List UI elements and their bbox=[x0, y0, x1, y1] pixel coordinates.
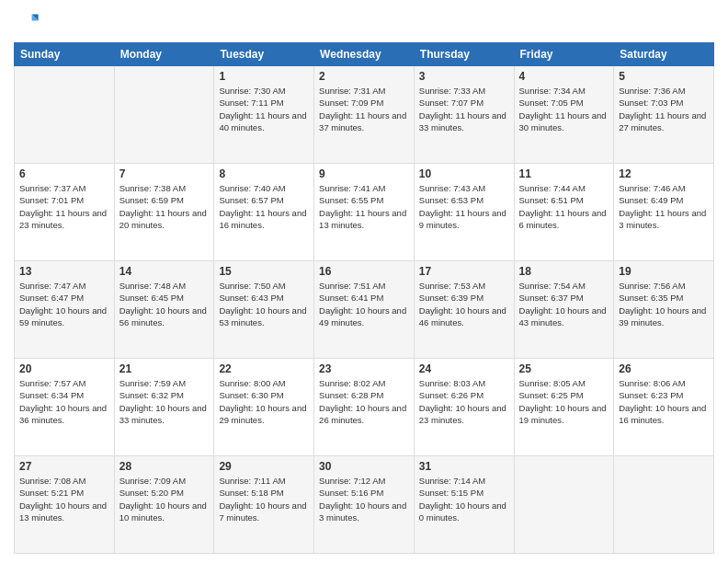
calendar-cell: 2Sunrise: 7:31 AM Sunset: 7:09 PM Daylig… bbox=[314, 66, 415, 164]
calendar-cell: 29Sunrise: 7:11 AM Sunset: 5:18 PM Dayli… bbox=[214, 456, 314, 554]
calendar-week-row: 1Sunrise: 7:30 AM Sunset: 7:11 PM Daylig… bbox=[15, 66, 714, 164]
calendar-cell: 16Sunrise: 7:51 AM Sunset: 6:41 PM Dayli… bbox=[314, 261, 415, 359]
calendar-cell: 14Sunrise: 7:48 AM Sunset: 6:45 PM Dayli… bbox=[114, 261, 214, 359]
header bbox=[14, 9, 714, 35]
day-info: Sunrise: 7:43 AM Sunset: 6:53 PM Dayligh… bbox=[419, 182, 509, 231]
calendar-cell: 20Sunrise: 7:57 AM Sunset: 6:34 PM Dayli… bbox=[15, 359, 115, 456]
logo bbox=[14, 9, 43, 35]
calendar-cell: 1Sunrise: 7:30 AM Sunset: 7:11 PM Daylig… bbox=[214, 66, 314, 164]
day-info: Sunrise: 7:48 AM Sunset: 6:45 PM Dayligh… bbox=[119, 280, 210, 328]
logo-icon bbox=[14, 9, 40, 35]
day-of-week-header: Sunday bbox=[15, 43, 115, 66]
day-info: Sunrise: 7:56 AM Sunset: 6:35 PM Dayligh… bbox=[619, 280, 709, 328]
calendar-cell: 12Sunrise: 7:46 AM Sunset: 6:49 PM Dayli… bbox=[614, 164, 714, 261]
calendar-cell: 11Sunrise: 7:44 AM Sunset: 6:51 PM Dayli… bbox=[514, 164, 614, 261]
calendar-cell bbox=[514, 456, 614, 554]
day-info: Sunrise: 8:06 AM Sunset: 6:23 PM Dayligh… bbox=[619, 377, 709, 426]
day-info: Sunrise: 7:57 AM Sunset: 6:34 PM Dayligh… bbox=[19, 377, 109, 426]
day-number: 18 bbox=[519, 265, 609, 278]
day-info: Sunrise: 8:03 AM Sunset: 6:26 PM Dayligh… bbox=[419, 377, 509, 426]
day-number: 7 bbox=[119, 167, 210, 180]
calendar-cell: 25Sunrise: 8:05 AM Sunset: 6:25 PM Dayli… bbox=[514, 359, 614, 456]
calendar-week-row: 20Sunrise: 7:57 AM Sunset: 6:34 PM Dayli… bbox=[15, 359, 714, 456]
day-number: 10 bbox=[419, 167, 509, 180]
day-info: Sunrise: 7:54 AM Sunset: 6:37 PM Dayligh… bbox=[519, 280, 609, 328]
calendar-cell: 15Sunrise: 7:50 AM Sunset: 6:43 PM Dayli… bbox=[214, 261, 314, 359]
day-info: Sunrise: 7:40 AM Sunset: 6:57 PM Dayligh… bbox=[219, 182, 309, 231]
calendar-cell: 21Sunrise: 7:59 AM Sunset: 6:32 PM Dayli… bbox=[114, 359, 214, 456]
day-number: 21 bbox=[119, 362, 210, 375]
day-info: Sunrise: 7:50 AM Sunset: 6:43 PM Dayligh… bbox=[219, 280, 309, 328]
calendar-cell: 13Sunrise: 7:47 AM Sunset: 6:47 PM Dayli… bbox=[15, 261, 115, 359]
calendar-cell: 24Sunrise: 8:03 AM Sunset: 6:26 PM Dayli… bbox=[414, 359, 514, 456]
day-info: Sunrise: 7:14 AM Sunset: 5:15 PM Dayligh… bbox=[419, 475, 509, 523]
calendar-header-row: SundayMondayTuesdayWednesdayThursdayFrid… bbox=[15, 43, 714, 66]
calendar-week-row: 27Sunrise: 7:08 AM Sunset: 5:21 PM Dayli… bbox=[15, 456, 714, 554]
page: SundayMondayTuesdayWednesdayThursdayFrid… bbox=[0, 0, 728, 563]
day-number: 28 bbox=[119, 460, 210, 473]
day-info: Sunrise: 7:51 AM Sunset: 6:41 PM Dayligh… bbox=[319, 280, 409, 328]
day-info: Sunrise: 7:53 AM Sunset: 6:39 PM Dayligh… bbox=[419, 280, 509, 328]
day-number: 14 bbox=[119, 265, 210, 278]
calendar-week-row: 6Sunrise: 7:37 AM Sunset: 7:01 PM Daylig… bbox=[15, 164, 714, 261]
day-of-week-header: Friday bbox=[514, 43, 614, 66]
day-number: 8 bbox=[219, 167, 309, 180]
day-info: Sunrise: 7:30 AM Sunset: 7:11 PM Dayligh… bbox=[219, 85, 309, 133]
calendar-cell: 30Sunrise: 7:12 AM Sunset: 5:16 PM Dayli… bbox=[314, 456, 415, 554]
calendar-week-row: 13Sunrise: 7:47 AM Sunset: 6:47 PM Dayli… bbox=[15, 261, 714, 359]
calendar-cell: 6Sunrise: 7:37 AM Sunset: 7:01 PM Daylig… bbox=[15, 164, 115, 261]
calendar-cell: 4Sunrise: 7:34 AM Sunset: 7:05 PM Daylig… bbox=[514, 66, 614, 164]
day-info: Sunrise: 7:37 AM Sunset: 7:01 PM Dayligh… bbox=[19, 182, 109, 231]
day-number: 29 bbox=[219, 460, 309, 473]
calendar-cell: 8Sunrise: 7:40 AM Sunset: 6:57 PM Daylig… bbox=[214, 164, 314, 261]
day-info: Sunrise: 7:38 AM Sunset: 6:59 PM Dayligh… bbox=[119, 182, 210, 231]
day-number: 19 bbox=[619, 265, 709, 278]
day-number: 3 bbox=[419, 70, 509, 83]
calendar-cell: 9Sunrise: 7:41 AM Sunset: 6:55 PM Daylig… bbox=[314, 164, 415, 261]
calendar-cell: 22Sunrise: 8:00 AM Sunset: 6:30 PM Dayli… bbox=[214, 359, 314, 456]
calendar-cell: 7Sunrise: 7:38 AM Sunset: 6:59 PM Daylig… bbox=[114, 164, 214, 261]
day-number: 1 bbox=[219, 70, 309, 83]
calendar-cell: 31Sunrise: 7:14 AM Sunset: 5:15 PM Dayli… bbox=[414, 456, 514, 554]
day-number: 30 bbox=[319, 460, 409, 473]
day-info: Sunrise: 7:44 AM Sunset: 6:51 PM Dayligh… bbox=[519, 182, 609, 231]
calendar-cell: 18Sunrise: 7:54 AM Sunset: 6:37 PM Dayli… bbox=[514, 261, 614, 359]
day-info: Sunrise: 8:00 AM Sunset: 6:30 PM Dayligh… bbox=[219, 377, 309, 426]
calendar-cell: 28Sunrise: 7:09 AM Sunset: 5:20 PM Dayli… bbox=[114, 456, 214, 554]
day-info: Sunrise: 7:46 AM Sunset: 6:49 PM Dayligh… bbox=[619, 182, 709, 231]
day-info: Sunrise: 8:02 AM Sunset: 6:28 PM Dayligh… bbox=[319, 377, 409, 426]
day-of-week-header: Saturday bbox=[614, 43, 714, 66]
calendar-cell: 5Sunrise: 7:36 AM Sunset: 7:03 PM Daylig… bbox=[614, 66, 714, 164]
day-number: 15 bbox=[219, 265, 309, 278]
calendar-cell bbox=[614, 456, 714, 554]
calendar-cell: 19Sunrise: 7:56 AM Sunset: 6:35 PM Dayli… bbox=[614, 261, 714, 359]
day-info: Sunrise: 7:33 AM Sunset: 7:07 PM Dayligh… bbox=[419, 85, 509, 133]
day-info: Sunrise: 7:36 AM Sunset: 7:03 PM Dayligh… bbox=[619, 85, 709, 133]
calendar-cell: 23Sunrise: 8:02 AM Sunset: 6:28 PM Dayli… bbox=[314, 359, 415, 456]
day-number: 26 bbox=[619, 362, 709, 375]
calendar-cell: 3Sunrise: 7:33 AM Sunset: 7:07 PM Daylig… bbox=[414, 66, 514, 164]
day-info: Sunrise: 7:59 AM Sunset: 6:32 PM Dayligh… bbox=[119, 377, 210, 426]
day-number: 4 bbox=[519, 70, 609, 83]
day-number: 6 bbox=[19, 167, 109, 180]
day-of-week-header: Wednesday bbox=[314, 43, 415, 66]
day-number: 16 bbox=[319, 265, 409, 278]
day-number: 27 bbox=[19, 460, 109, 473]
day-number: 17 bbox=[419, 265, 509, 278]
calendar-cell: 10Sunrise: 7:43 AM Sunset: 6:53 PM Dayli… bbox=[414, 164, 514, 261]
day-number: 11 bbox=[519, 167, 609, 180]
day-of-week-header: Monday bbox=[114, 43, 214, 66]
day-info: Sunrise: 7:08 AM Sunset: 5:21 PM Dayligh… bbox=[19, 475, 109, 523]
calendar-cell bbox=[15, 66, 115, 164]
day-number: 5 bbox=[619, 70, 709, 83]
day-number: 12 bbox=[619, 167, 709, 180]
day-info: Sunrise: 7:31 AM Sunset: 7:09 PM Dayligh… bbox=[319, 85, 409, 133]
day-number: 31 bbox=[419, 460, 509, 473]
day-number: 22 bbox=[219, 362, 309, 375]
day-info: Sunrise: 7:41 AM Sunset: 6:55 PM Dayligh… bbox=[319, 182, 409, 231]
day-number: 24 bbox=[419, 362, 509, 375]
day-of-week-header: Tuesday bbox=[214, 43, 314, 66]
day-info: Sunrise: 7:11 AM Sunset: 5:18 PM Dayligh… bbox=[219, 475, 309, 523]
calendar-cell: 26Sunrise: 8:06 AM Sunset: 6:23 PM Dayli… bbox=[614, 359, 714, 456]
day-of-week-header: Thursday bbox=[414, 43, 514, 66]
